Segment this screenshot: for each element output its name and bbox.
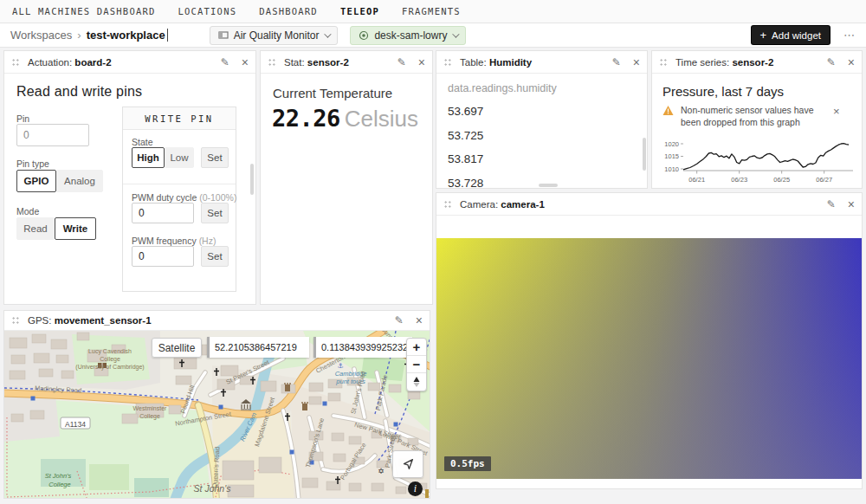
x-tick-label: 06/21 [688, 176, 705, 184]
nav-dashboard[interactable]: DASHBOARD [259, 6, 318, 16]
star-icon: ✡ [378, 467, 385, 475]
latitude-input[interactable] [207, 337, 309, 358]
close-icon[interactable]: × [418, 56, 425, 68]
zoom-in-button[interactable]: + [407, 339, 426, 356]
mode-read-button[interactable]: Read [16, 217, 55, 240]
compass-button[interactable] [407, 373, 426, 391]
widget-title-prefix: GPS: [28, 315, 51, 326]
vertical-scrollbar[interactable] [250, 164, 254, 195]
chevron-down-icon [325, 30, 332, 37]
close-icon[interactable]: × [242, 56, 249, 68]
x-tick-label: 06/23 [731, 176, 747, 184]
add-widget-button[interactable]: + Add widget [752, 26, 830, 44]
machine-icon [218, 30, 229, 41]
breadcrumb-separator: › [77, 29, 81, 42]
svg-text:A1134: A1134 [65, 420, 86, 429]
statue-icon [425, 489, 429, 498]
locate-button[interactable] [392, 450, 423, 478]
edit-pencil-icon[interactable]: ✎ [397, 57, 406, 68]
drag-handle-icon[interactable] [443, 199, 451, 210]
pin-type-gpio-button[interactable]: GPIO [16, 170, 56, 192]
edit-pencil-icon[interactable]: ✎ [827, 199, 836, 210]
drag-handle-icon[interactable] [11, 57, 19, 68]
actuation-widget: Actuation: board-2 ✎ × Read and write pi… [3, 50, 256, 305]
parking-icon [31, 397, 36, 401]
close-icon[interactable]: × [633, 56, 640, 68]
edit-pencil-icon[interactable]: ✎ [221, 57, 229, 68]
widget-title-name: sensor-2 [307, 57, 349, 68]
part-dropdown-label: desk-sam-lowry [374, 29, 447, 42]
vertical-scrollbar[interactable] [643, 138, 646, 171]
drag-handle-icon[interactable] [268, 57, 275, 68]
drag-handle-icon[interactable] [11, 315, 19, 326]
chevron-down-icon [453, 30, 460, 37]
close-icon[interactable]: × [848, 56, 855, 68]
map-label: St John's [45, 472, 72, 480]
satellite-toggle-button[interactable]: Satellite [152, 338, 202, 358]
nav-fragments[interactable]: FRAGMENTS [402, 6, 461, 16]
gps-map[interactable]: ✡⚓Madingley RoadLucy CavendishCollege(Un… [4, 331, 430, 498]
camera-widget-header: Camera: camera-1 ✎ × [436, 193, 862, 216]
edit-pencil-icon[interactable]: ✎ [395, 315, 404, 326]
table-row: 53.697 [448, 105, 483, 118]
map-info-button[interactable]: i [408, 481, 423, 496]
drag-handle-icon[interactable] [443, 57, 451, 68]
state-label: State [132, 137, 153, 147]
table-widget: Table: Humidity ✎ × data.readings.humidi… [436, 50, 648, 189]
navigation-arrow-icon [400, 456, 416, 472]
horizontal-scrollbar[interactable] [539, 184, 558, 187]
widget-title-name: sensor-2 [732, 57, 773, 68]
mode-label: Mode [16, 206, 39, 216]
widget-title-name: Humidity [489, 57, 532, 68]
nav-teleop[interactable]: TELEOP [340, 6, 379, 16]
edit-pencil-icon[interactable]: ✎ [612, 57, 621, 68]
nav-all-machines-dashboard[interactable]: ALL MACHINES DASHBOARD [12, 6, 155, 16]
table-widget-header: Table: Humidity ✎ × [436, 51, 647, 74]
mode-write-button[interactable]: Write [55, 217, 96, 240]
add-widget-label: Add widget [772, 30, 821, 41]
state-high-button[interactable]: High [132, 147, 165, 168]
state-set-button[interactable]: Set [201, 147, 229, 168]
close-icon[interactable]: × [416, 314, 423, 326]
map-label: St John's [194, 483, 232, 494]
map-label: Westminster [133, 405, 167, 411]
workspace-toolbar: Workspaces › test-workplace Air Quality … [0, 23, 866, 48]
pin-type-analog-button[interactable]: Analog [56, 170, 103, 192]
pin-input[interactable] [16, 124, 89, 146]
camera-widget: Camera: camera-1 ✎ × 0.5fps [436, 192, 863, 489]
panel-divider [123, 184, 236, 184]
x-tick-label: 06/25 [773, 176, 790, 184]
part-status-icon [359, 30, 369, 41]
parking-icon [323, 402, 327, 406]
timeseries-heading: Pressure, last 7 days [662, 84, 784, 99]
overflow-menu-button[interactable]: ⋯ [843, 29, 856, 42]
pwm-freq-label: PWM frequency (Hz) [132, 236, 216, 246]
pwm-freq-input[interactable] [132, 246, 194, 267]
edit-pencil-icon[interactable]: ✎ [827, 57, 836, 68]
gps-widget: GPS: movement_sensor-1 ✎ × ✡⚓Madingley R… [3, 310, 430, 499]
machine-dropdown[interactable]: Air Quality Monitor [210, 26, 339, 45]
part-dropdown[interactable]: desk-sam-lowry [350, 26, 466, 45]
state-low-button[interactable]: Low [165, 147, 194, 168]
breadcrumb-current-workspace[interactable]: test-workplace [87, 29, 165, 42]
longitude-input[interactable] [313, 337, 412, 358]
warning-banner: Non-numeric sensor values have been drop… [662, 105, 848, 128]
y-tick-label: 1015 [664, 152, 679, 160]
widget-title-prefix: Camera: [460, 199, 498, 210]
dismiss-warning-icon[interactable]: × [833, 105, 840, 128]
zoom-out-button[interactable]: − [407, 356, 426, 373]
pwm-duty-set-button[interactable]: Set [201, 203, 229, 223]
table-column-header: data.readings.humidity [448, 82, 557, 94]
breadcrumb-workspaces[interactable]: Workspaces [10, 29, 72, 42]
close-icon[interactable]: × [848, 198, 855, 210]
widget-title-prefix: Table: [460, 57, 487, 68]
pwm-duty-input[interactable] [132, 203, 194, 223]
timeseries-widget: Time series: sensor-2 ✎ × Pressure, last… [651, 50, 863, 189]
widget-title-prefix: Actuation: [28, 57, 72, 68]
drag-handle-icon[interactable] [659, 57, 667, 68]
map-label: College [139, 413, 160, 420]
nav-locations[interactable]: LOCATIONS [178, 6, 236, 16]
pin-label: Pin [16, 113, 29, 124]
text-caret [167, 29, 168, 42]
pwm-freq-set-button[interactable]: Set [201, 246, 229, 267]
